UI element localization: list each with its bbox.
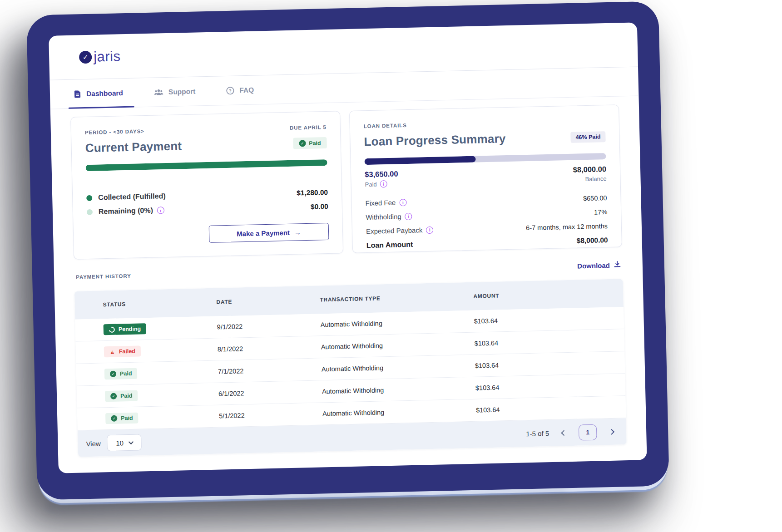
check-icon: ✓: [299, 140, 306, 147]
payment-legend: Collected (Fulfilled) $1,280.00 Remainin…: [86, 188, 328, 216]
legend-value: $0.00: [311, 202, 328, 211]
tab-label: Support: [168, 87, 196, 96]
status-label: Paid: [120, 370, 132, 377]
row-label: Withholding: [366, 212, 401, 221]
type-cell: Automatic Witholding: [322, 407, 476, 418]
pagination-range: 1-5 of 5: [526, 429, 549, 438]
page-size-select[interactable]: 10: [107, 434, 142, 451]
amount-cell: $103.64: [475, 359, 625, 369]
remaining-dot-icon: [87, 209, 93, 215]
type-cell: Automatic Witholding: [322, 384, 475, 395]
tab-label: Dashboard: [86, 89, 123, 98]
status-label: Failed: [119, 348, 135, 355]
loan-details-label: LOAN DETAILS: [364, 123, 407, 129]
logo-text: jaris: [94, 48, 121, 65]
download-icon: [614, 261, 621, 269]
document-icon: [74, 90, 81, 98]
status-badge-paid: ✓ Paid: [104, 368, 138, 380]
info-icon[interactable]: i: [399, 199, 406, 206]
loan-progress-bar: [364, 153, 606, 165]
loan-progress-fill: [364, 156, 475, 165]
paid-amount: $3,650.00: [365, 169, 398, 179]
date-cell: 9/1/2022: [217, 321, 321, 330]
logo-check-icon: ✓: [79, 50, 92, 64]
legend-label: Collected (Fulfilled): [98, 192, 166, 202]
badge-label: Paid: [309, 140, 321, 147]
payment-history-table: STATUS DATE TRANSACTION TYPE AMOUNT Pend…: [74, 279, 627, 457]
info-icon[interactable]: i: [380, 180, 387, 187]
info-icon[interactable]: i: [157, 207, 164, 214]
page-background: ✓ jaris Dashboard Support: [0, 0, 782, 532]
percent-paid-badge: 46% Paid: [570, 131, 605, 143]
amount-cell: $103.64: [476, 403, 626, 414]
make-payment-button[interactable]: Make a Payment →: [209, 223, 329, 243]
legend-row-collected: Collected (Fulfilled) $1,280.00: [86, 188, 328, 202]
check-icon: ✓: [111, 415, 117, 422]
dashboard-content: PERIOD - <30 DAYS> DUE APRIL 5 Current P…: [50, 96, 647, 457]
page-number-button[interactable]: 1: [579, 424, 597, 440]
row-label: Fixed Fee: [365, 199, 396, 207]
date-cell: 7/1/2022: [218, 365, 322, 375]
tab-faq[interactable]: ? FAQ: [223, 75, 257, 105]
legend-value: $1,280.00: [297, 188, 328, 197]
amount-cell: $103.64: [474, 314, 624, 325]
row-label: Expected Payback: [366, 226, 423, 235]
tablet-device-frame: ✓ jaris Dashboard Support: [26, 1, 669, 500]
amount-cell: $103.64: [475, 381, 625, 391]
status-badge-paid: ✓ Paid: [105, 413, 139, 424]
jaris-logo: ✓ jaris: [79, 48, 121, 65]
date-cell: 6/1/2022: [218, 388, 322, 397]
row-value: $8,000.00: [576, 236, 608, 245]
amount-cell: $103.64: [475, 336, 624, 347]
status-label: Paid: [120, 393, 133, 399]
button-label: Make a Payment: [237, 228, 290, 237]
question-icon: ?: [226, 86, 234, 94]
balance-label: Balance: [585, 175, 606, 182]
download-label: Download: [577, 261, 610, 270]
payment-history-section: PAYMENT HISTORY Download STATUS DATE: [74, 261, 627, 457]
tab-dashboard[interactable]: Dashboard: [70, 79, 126, 108]
col-header-amount: AMOUNT: [473, 290, 623, 299]
paid-status-badge: ✓ Paid: [293, 137, 327, 149]
type-cell: Automatic Witholding: [321, 318, 474, 329]
arrow-right-icon: →: [294, 228, 301, 236]
view-label: View: [86, 439, 101, 448]
tab-label: FAQ: [239, 86, 254, 94]
card-title: Current Payment: [85, 139, 182, 155]
loan-details-card: LOAN DETAILS Loan Progress Summary 46% P…: [349, 104, 622, 253]
period-label: PERIOD - <30 DAYS>: [85, 128, 144, 135]
status-badge-paid: ✓ Paid: [105, 390, 138, 402]
info-icon[interactable]: i: [405, 212, 412, 220]
type-cell: Automatic Witholding: [322, 362, 475, 373]
warning-mark: !: [112, 350, 113, 354]
type-cell: Automatic Witholding: [321, 340, 475, 351]
tab-support[interactable]: Support: [151, 77, 198, 106]
next-page-icon[interactable]: [609, 429, 614, 435]
loan-detail-rows: Fixed Fee i $650.00 Withholding i: [365, 191, 608, 253]
prev-page-icon[interactable]: [561, 430, 567, 436]
summary-cards: PERIOD - <30 DAYS> DUE APRIL 5 Current P…: [70, 104, 622, 259]
check-icon: ✓: [110, 393, 117, 399]
warning-icon: ▲ !: [109, 349, 115, 355]
info-icon[interactable]: i: [426, 226, 433, 233]
status-label: Pending: [119, 325, 141, 332]
page-size-value: 10: [116, 439, 124, 447]
payment-history-label: PAYMENT HISTORY: [76, 273, 131, 280]
card-title: Loan Progress Summary: [364, 132, 506, 149]
legend-label: Remaining (0%): [99, 207, 153, 216]
due-date-label: DUE APRIL 5: [290, 124, 327, 131]
row-value: 17%: [594, 208, 607, 216]
users-icon: [154, 89, 163, 96]
current-payment-card: PERIOD - <30 DAYS> DUE APRIL 5 Current P…: [70, 111, 343, 259]
status-badge-pending: Pending: [104, 323, 147, 335]
col-header-type: TRANSACTION TYPE: [320, 293, 473, 303]
date-cell: 8/1/2022: [218, 343, 321, 353]
payment-progress-bar: [86, 159, 327, 171]
chevron-down-icon: [128, 439, 133, 444]
status-badge-failed: ▲ ! Failed: [104, 345, 141, 357]
paid-label: Paid: [365, 181, 377, 188]
check-icon: ✓: [110, 371, 116, 377]
download-link[interactable]: Download: [577, 261, 621, 270]
app-window: ✓ jaris Dashboard Support: [49, 22, 647, 473]
row-label: Loan Amount: [366, 241, 413, 250]
